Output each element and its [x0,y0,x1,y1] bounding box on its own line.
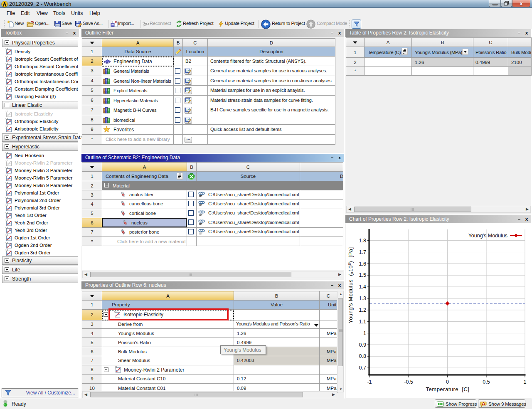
svg-text:Temperature [C]: Temperature [C] [426,386,470,392]
svg-text:1.5: 1.5 [359,272,366,278]
svg-text:0.7: 0.7 [359,365,366,371]
svg-text:1.4: 1.4 [359,284,366,290]
svg-text:0.9: 0.9 [359,342,366,348]
svg-text:1: 1 [363,330,366,336]
svg-text:1.8: 1.8 [359,238,366,244]
svg-text:1.3: 1.3 [359,296,366,301]
svg-text:1: 1 [524,379,527,385]
svg-text:0.5: 0.5 [483,379,490,385]
svg-text:-1: -1 [367,379,372,385]
svg-text:Young's Modulus (x106) [Pa]: Young's Modulus (x106) [Pa] [347,247,354,323]
svg-text:1.6: 1.6 [359,261,366,267]
svg-text:1.2: 1.2 [359,307,366,313]
svg-text:1.7: 1.7 [359,249,366,255]
svg-text:-0.5: -0.5 [404,379,413,385]
svg-text:0: 0 [446,379,449,385]
svg-text:Young's Modulus: Young's Modulus [468,233,507,239]
svg-text:0.8: 0.8 [359,353,366,359]
svg-text:1.1: 1.1 [359,319,366,325]
